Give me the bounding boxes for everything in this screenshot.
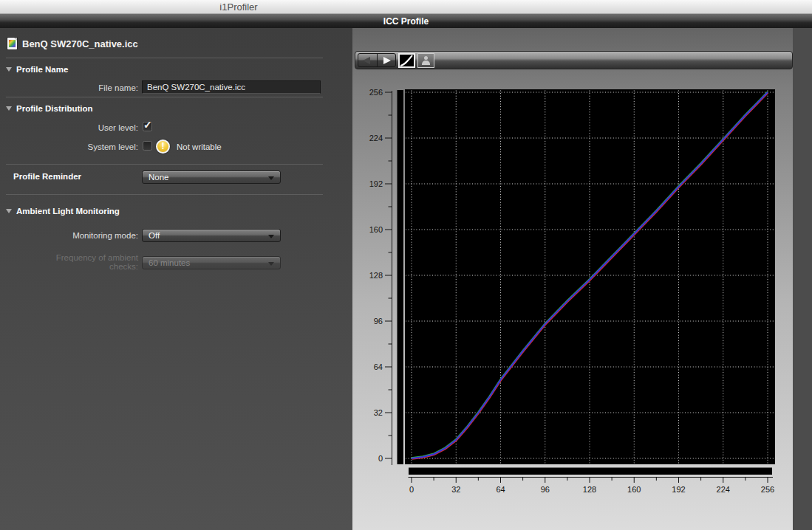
chevron-down-icon: [268, 235, 274, 238]
svg-text:224: 224: [369, 134, 383, 142]
frequency-label: Frequency of ambient checks:: [30, 254, 138, 271]
profile-info-view-button[interactable]: [417, 53, 434, 68]
svg-text:96: 96: [374, 317, 383, 326]
svg-text:160: 160: [369, 225, 383, 234]
divider: [6, 97, 323, 97]
user-level-label: User level:: [30, 123, 138, 132]
warning-text: Not writable: [177, 142, 222, 151]
nav-segmented-control: [358, 53, 396, 67]
svg-text:256: 256: [761, 485, 774, 494]
svg-text:160: 160: [627, 485, 641, 494]
svg-text:128: 128: [583, 485, 596, 494]
dropdown-value: Off: [149, 231, 160, 240]
chevron-down-icon: [268, 176, 274, 180]
icc-document-icon: [7, 38, 17, 49]
tone-curve-chart: 0326496128160192224256032649612816019222…: [340, 70, 794, 513]
divider: [6, 58, 323, 58]
disclosure-triangle-icon[interactable]: [6, 67, 12, 72]
svg-text:0: 0: [378, 454, 383, 463]
profile-reminder-dropdown[interactable]: None: [142, 171, 281, 184]
svg-text:32: 32: [374, 408, 383, 417]
app-header-bar: ICC Profile: [0, 14, 812, 28]
profile-reminder-label: Profile Reminder: [13, 172, 81, 181]
svg-text:128: 128: [369, 271, 383, 280]
page-title: ICC Profile: [0, 16, 812, 27]
svg-text:32: 32: [451, 485, 460, 494]
file-name-label: File name:: [30, 83, 138, 92]
section-label: Ambient Light Monitoring: [16, 207, 120, 216]
tone-curve-icon: [400, 55, 414, 66]
profile-file-title: BenQ SW270C_native.icc: [22, 38, 138, 49]
svg-text:224: 224: [717, 485, 730, 494]
chevron-down-icon: [268, 262, 274, 266]
frequency-dropdown: 60 minutes: [142, 256, 281, 269]
graph-toolbar: [355, 51, 793, 69]
divider: [6, 164, 323, 165]
profile-person-icon: [422, 56, 430, 65]
user-level-checkbox[interactable]: ✓: [143, 122, 152, 131]
window-right-margin: [793, 28, 812, 530]
window-title: i1Profiler: [177, 1, 300, 13]
svg-text:64: 64: [496, 485, 505, 494]
forward-arrow-icon: [383, 57, 391, 64]
svg-text:192: 192: [672, 485, 685, 494]
monitoring-mode-dropdown[interactable]: Off: [142, 229, 281, 242]
section-label: Profile Distribution: [16, 104, 93, 113]
monitoring-mode-label: Monitoring mode:: [30, 231, 138, 240]
svg-text:192: 192: [369, 179, 383, 188]
disclosure-triangle-icon[interactable]: [6, 106, 12, 111]
system-level-checkbox[interactable]: [143, 141, 152, 151]
tone-curve-view-button[interactable]: [398, 53, 415, 68]
dropdown-value: 60 minutes: [149, 258, 190, 267]
warning-icon: !: [156, 140, 170, 154]
section-label: Profile Name: [16, 65, 68, 74]
svg-text:96: 96: [541, 485, 550, 494]
back-button[interactable]: [358, 54, 377, 66]
settings-pane: [0, 28, 352, 530]
svg-text:0: 0: [409, 485, 414, 494]
svg-text:64: 64: [374, 362, 383, 371]
forward-button[interactable]: [377, 54, 396, 66]
os-titlebar: i1Profiler: [0, 0, 812, 14]
checkmark-icon: ✓: [143, 119, 152, 131]
disclosure-triangle-icon[interactable]: [6, 209, 12, 213]
back-arrow-icon: [363, 57, 370, 64]
file-name-input[interactable]: [142, 80, 321, 94]
dropdown-value: None: [149, 173, 169, 182]
svg-text:256: 256: [369, 88, 383, 97]
system-level-label: System level:: [30, 142, 138, 151]
divider: [6, 194, 323, 195]
